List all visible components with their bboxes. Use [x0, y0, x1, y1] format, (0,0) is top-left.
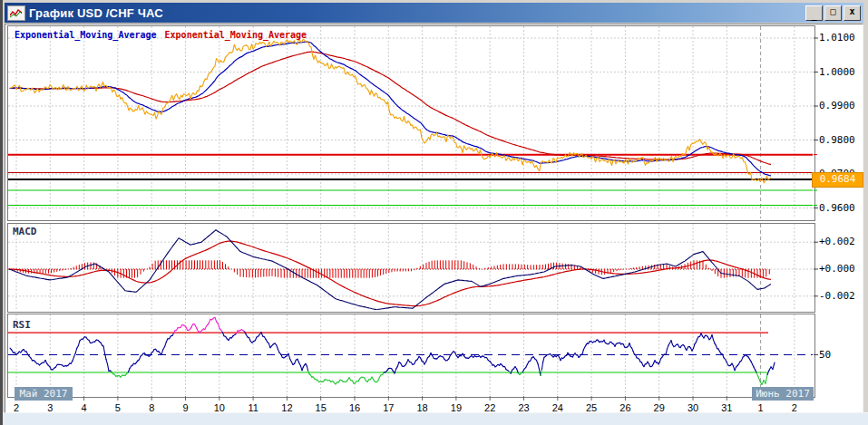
current-price-badge: 0.9684	[812, 172, 863, 188]
chart-window: График USD /CHF ЧАС _ □ x Exponential_Mo…	[0, 0, 868, 425]
ema-slow-label: Exponential_Moving_Average	[165, 30, 307, 40]
macd-label: MACD	[13, 226, 37, 237]
ema-legend: Exponential_Moving_Average Exponential_M…	[15, 30, 307, 40]
month-badge-may: Май 2017	[15, 387, 73, 401]
rsi-label: RSI	[13, 319, 31, 331]
chart-canvas	[0, 0, 868, 425]
month-badge-june: Июнь 2017	[752, 387, 814, 401]
ema-fast-label: Exponential_Moving_Average	[15, 30, 157, 40]
